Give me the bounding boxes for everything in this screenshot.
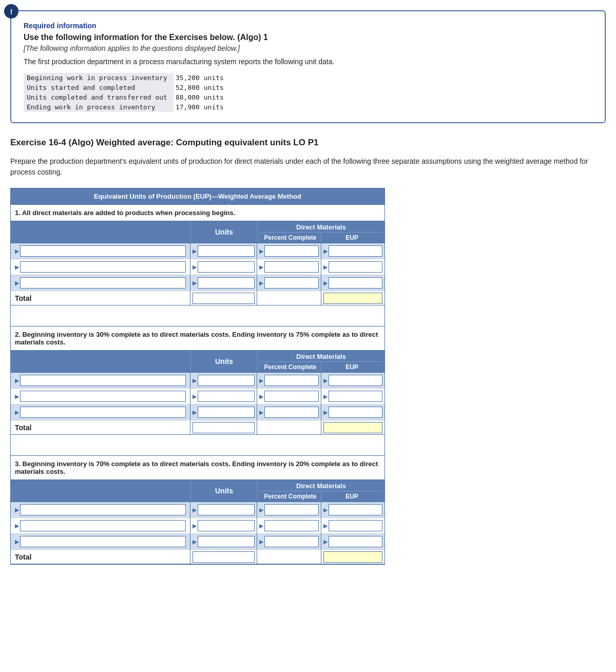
s1-total-label: Total: [11, 291, 190, 305]
s3-row1-units-input[interactable]: [198, 504, 255, 515]
s3-row3-pct-input[interactable]: [264, 536, 319, 547]
unit-data-table: Beginning work in process inventory35,20…: [24, 73, 230, 112]
s2-row3-desc-input[interactable]: [20, 407, 186, 418]
s3-row3-units-input[interactable]: [198, 536, 255, 547]
s2-row3-desc: ▶: [11, 405, 190, 420]
s3-row2: ▶ ▶ ▶ ▶: [11, 518, 384, 534]
s3-row3-pct: ▶: [257, 534, 321, 549]
col-eup-header2: EUP: [321, 361, 382, 372]
s2-row1: ▶ ▶ ▶ ▶: [11, 373, 384, 389]
info-icon: !: [4, 4, 18, 18]
s1-row2-eup-input[interactable]: [329, 261, 383, 273]
s2-spacer: [11, 435, 384, 445]
s3-total-units: [190, 550, 257, 564]
col-units-header1: Units: [190, 221, 257, 243]
s1-row3-eup: ▶: [321, 275, 385, 291]
s2-row3-units-input[interactable]: [198, 407, 255, 418]
s3-total-eup-input[interactable]: [323, 551, 383, 563]
s1-total-eup-input[interactable]: [323, 293, 383, 304]
s1-total-units-input[interactable]: [192, 293, 255, 304]
col-pct-header1: Percent Complete: [260, 232, 321, 243]
section2-col-headers: Units Direct Materials Percent Complete …: [11, 351, 384, 373]
s3-row1-desc-input[interactable]: [20, 504, 186, 515]
s2-row2-eup-input[interactable]: [329, 391, 383, 402]
s3-row3-eup-input[interactable]: [329, 536, 383, 547]
s1-row2-eup: ▶: [321, 259, 385, 275]
info-description: The first production department in a pro…: [24, 57, 592, 66]
s3-row3-desc: ▶: [11, 534, 190, 549]
s3-row3-units: ▶: [190, 534, 257, 549]
col-units-header2: Units: [190, 351, 257, 372]
section1-col-headers: Units Direct Materials Percent Complete …: [11, 221, 384, 243]
s3-row1-eup: ▶: [321, 502, 385, 517]
s2-row1-pct-input[interactable]: [264, 375, 319, 386]
s1-row1-units: ▶: [190, 243, 257, 259]
s3-row2-desc-input[interactable]: [20, 520, 186, 531]
info-title: Use the following information for the Ex…: [24, 33, 592, 42]
exercise-description: Prepare the production department's equi…: [10, 156, 606, 178]
s2-row3-eup-input[interactable]: [329, 407, 383, 418]
s1-spacer2: [11, 316, 384, 326]
s3-total-eup: [321, 550, 385, 564]
s3-row1-eup-input[interactable]: [329, 504, 383, 515]
s2-row3-eup: ▶: [321, 405, 385, 420]
s1-row2-desc-input[interactable]: [20, 261, 186, 273]
s2-total-units-input[interactable]: [192, 422, 255, 433]
col-units-header3: Units: [190, 480, 257, 502]
col-desc-spacer3: [11, 480, 190, 502]
s1-total-eup: [321, 291, 385, 305]
s3-row2-desc: ▶: [11, 518, 190, 533]
s3-row2-units-input[interactable]: [198, 520, 255, 531]
s3-total-label: Total: [11, 550, 190, 564]
s3-row2-eup-input[interactable]: [329, 520, 383, 531]
s2-row2-pct-input[interactable]: [264, 391, 319, 402]
section1-header: 1. All direct materials are added to pro…: [11, 204, 384, 221]
s1-row2-pct-input[interactable]: [264, 261, 319, 273]
s2-row3-units: ▶: [190, 405, 257, 420]
s1-row3-pct-input[interactable]: [264, 277, 319, 289]
s1-row3-units-input[interactable]: [198, 277, 255, 289]
s3-row3: ▶ ▶ ▶ ▶: [11, 534, 384, 550]
info-box: ! Required information Use the following…: [10, 10, 606, 123]
s2-total-eup-input[interactable]: [323, 422, 383, 433]
s2-total-row: Total: [11, 420, 384, 435]
s1-spacer: [11, 305, 384, 316]
col-dm-header2: Direct Materials Percent Complete EUP: [257, 351, 384, 372]
s3-total-pct: [257, 550, 321, 564]
s2-row1-eup-input[interactable]: [329, 375, 383, 386]
s1-row3-eup-input[interactable]: [329, 277, 383, 289]
s1-row1-eup-input[interactable]: [329, 245, 383, 257]
s2-row3-pct-input[interactable]: [264, 407, 319, 418]
s1-row1-eup: ▶: [321, 243, 385, 259]
s3-row2-pct-input[interactable]: [264, 520, 319, 531]
info-subtitle: [The following information applies to th…: [24, 44, 592, 52]
s3-row1-pct: ▶: [257, 502, 321, 517]
s2-total-label: Total: [11, 420, 190, 434]
s1-row1-desc-input[interactable]: [20, 245, 186, 257]
s3-row1-pct-input[interactable]: [264, 504, 319, 515]
s3-row1-units: ▶: [190, 502, 257, 517]
s1-row1-units-input[interactable]: [198, 245, 255, 257]
s3-row2-eup: ▶: [321, 518, 385, 533]
s1-row2-units-input[interactable]: [198, 261, 255, 273]
s3-total-units-input[interactable]: [192, 551, 255, 563]
col-desc-spacer2: [11, 351, 190, 372]
s2-row1-desc-input[interactable]: [20, 375, 186, 386]
s2-row1-units: ▶: [190, 373, 257, 388]
s3-row3-desc-input[interactable]: [20, 536, 186, 547]
s2-row1-desc: ▶: [11, 373, 190, 388]
required-label: Required information: [24, 22, 592, 30]
s2-row2-units-input[interactable]: [198, 391, 255, 402]
s1-row3-desc-input[interactable]: [20, 277, 186, 289]
s2-row1-units-input[interactable]: [198, 375, 255, 386]
s2-row2-desc-input[interactable]: [20, 391, 186, 402]
s1-row1: ▶ ▶ ▶ ▶: [11, 243, 384, 259]
s1-row1-desc: ▶: [11, 243, 190, 259]
s1-row3-desc: ▶: [11, 275, 190, 291]
col-dm-header1: Direct Materials Percent Complete EUP: [257, 221, 384, 243]
s1-row3: ▶ ▶ ▶ ▶: [11, 275, 384, 291]
s1-row2-desc: ▶: [11, 259, 190, 275]
s1-row3-units: ▶: [190, 275, 257, 291]
s1-row1-pct-input[interactable]: [264, 245, 319, 257]
s1-row2: ▶ ▶ ▶ ▶: [11, 259, 384, 275]
